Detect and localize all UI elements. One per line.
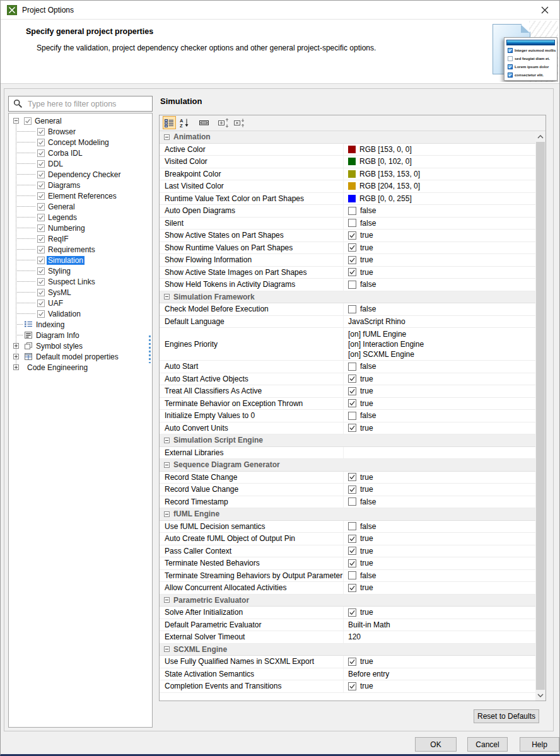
- property-row-check-model-before-execution[interactable]: Check Model Before Executionfalse: [160, 303, 535, 316]
- tree-checkbox-icon[interactable]: [37, 267, 45, 275]
- tree-item-general[interactable]: General: [9, 115, 152, 126]
- properties-scrollbar[interactable]: [535, 131, 545, 701]
- tree-scrollbar-thumb[interactable]: [149, 335, 151, 363]
- property-value[interactable]: true: [343, 582, 535, 594]
- tree-item-diagram-info[interactable]: Diagram Info: [9, 330, 152, 340]
- property-value[interactable]: RGB [204, 153, 0]: [343, 180, 535, 192]
- property-value[interactable]: false: [343, 496, 535, 508]
- tree-item-suspect-links[interactable]: Suspect Links: [9, 276, 152, 287]
- collapse-group-icon[interactable]: [164, 646, 170, 652]
- checked-checkbox-icon[interactable]: [348, 375, 356, 383]
- tree-item-simulation[interactable]: Simulation: [9, 255, 152, 265]
- checked-checkbox-icon[interactable]: [348, 547, 356, 555]
- unchecked-checkbox-icon[interactable]: [348, 219, 356, 227]
- property-value[interactable]: false: [343, 361, 535, 373]
- property-value[interactable]: true: [343, 472, 535, 484]
- property-row-default-language[interactable]: Default LanguageJavaScript Rhino: [160, 316, 535, 329]
- reset-to-defaults-button[interactable]: Reset to Defaults: [474, 709, 539, 723]
- property-row-engines-priority[interactable]: Engines Priority[on] fUML Engine[on] Int…: [160, 328, 535, 361]
- tree-checkbox-icon[interactable]: [37, 171, 45, 178]
- collapse-group-icon[interactable]: [164, 438, 170, 443]
- unchecked-checkbox-icon[interactable]: [348, 412, 356, 420]
- tree-checkbox-icon[interactable]: [24, 117, 32, 125]
- property-group-sequence-diagram-generator[interactable]: Sequence Diagram Generator: [160, 459, 535, 472]
- collapse-group-icon[interactable]: [164, 134, 170, 140]
- property-row-allow-concurrent-allocated-activities[interactable]: Allow Concurrent Allocated Activitiestru…: [160, 582, 535, 595]
- tree-checkbox-icon[interactable]: [37, 310, 45, 318]
- tree-item-ddl[interactable]: DDL: [9, 158, 152, 169]
- tree-checkbox-icon[interactable]: [37, 278, 45, 286]
- property-value[interactable]: RGB [0, 102, 0]: [343, 156, 535, 168]
- checked-checkbox-icon[interactable]: [348, 268, 356, 276]
- property-value[interactable]: Built-in Math: [343, 619, 535, 631]
- tree-item-reqif[interactable]: ReqIF: [9, 233, 152, 244]
- property-value[interactable]: [343, 447, 535, 459]
- property-value[interactable]: true: [343, 607, 535, 619]
- checked-checkbox-icon[interactable]: [348, 486, 356, 494]
- tree-item-symbol-styles[interactable]: Symbol styles: [9, 340, 152, 351]
- tree-item-diagrams[interactable]: Diagrams: [9, 180, 152, 190]
- property-row-auto-open-diagrams[interactable]: Auto Open Diagramsfalse: [160, 205, 535, 218]
- tree-item-styling[interactable]: Styling: [9, 265, 152, 276]
- tree-checkbox-icon[interactable]: [37, 160, 45, 168]
- property-row-pass-caller-context[interactable]: Pass Caller Contexttrue: [160, 545, 535, 558]
- property-value[interactable]: true: [343, 398, 535, 410]
- property-row-runtime-value-text-color-on-part-shapes[interactable]: Runtime Value Text Color on Part ShapesR…: [160, 193, 535, 206]
- checked-checkbox-icon[interactable]: [348, 424, 356, 432]
- categorized-view-button[interactable]: [163, 116, 176, 129]
- property-value[interactable]: RGB [0, 0, 255]: [343, 193, 535, 205]
- checked-checkbox-icon[interactable]: [348, 231, 356, 240]
- property-value[interactable]: RGB [153, 153, 0]: [343, 168, 535, 180]
- property-row-completion-events-and-transitions[interactable]: Completion Events and Transitionstrue: [160, 680, 535, 693]
- expand-expander-icon[interactable]: [13, 364, 19, 370]
- checked-checkbox-icon[interactable]: [348, 399, 356, 407]
- tree-item-concept-modeling[interactable]: Concept Modeling: [9, 137, 152, 148]
- tree-item-legends[interactable]: Legends: [9, 212, 152, 223]
- property-row-show-active-state-images-on-part-shapes[interactable]: Show Active State Images on Part Shapest…: [160, 267, 535, 279]
- property-value[interactable]: true: [343, 242, 535, 254]
- property-row-treat-all-classifiers-as-active[interactable]: Treat All Classifiers As Activetrue: [160, 385, 535, 398]
- property-value[interactable]: true: [343, 545, 535, 557]
- cancel-button[interactable]: Cancel: [467, 737, 508, 752]
- property-value[interactable]: false: [343, 410, 535, 422]
- property-value[interactable]: [on] fUML Engine[on] Interaction Engine[…: [343, 328, 535, 360]
- property-row-silent[interactable]: Silentfalse: [160, 218, 535, 230]
- collapse-expander-icon[interactable]: [13, 118, 19, 124]
- property-row-record-value-change[interactable]: Record Value Changetrue: [160, 484, 535, 496]
- tree-checkbox-icon[interactable]: [37, 128, 45, 136]
- property-value[interactable]: Before entry: [343, 668, 535, 680]
- tree-item-code-engineering[interactable]: Code Engineering: [9, 362, 152, 373]
- tree-item-sysml[interactable]: SysML: [9, 287, 152, 298]
- property-value[interactable]: false: [343, 279, 535, 291]
- tree-item-validation[interactable]: Validation: [9, 308, 152, 319]
- tree-checkbox-icon[interactable]: [37, 299, 45, 307]
- checked-checkbox-icon[interactable]: [348, 387, 356, 395]
- tree-item-general[interactable]: General: [9, 201, 152, 212]
- property-value[interactable]: true: [343, 230, 535, 241]
- unchecked-checkbox-icon[interactable]: [348, 207, 356, 215]
- tree-item-corba-idl[interactable]: Corba IDL: [9, 148, 152, 158]
- checked-checkbox-icon[interactable]: [348, 682, 356, 690]
- property-value[interactable]: false: [343, 218, 535, 230]
- property-row-default-parametric-evaluator[interactable]: Default Parametric EvaluatorBuilt-in Mat…: [160, 619, 535, 632]
- property-row-auto-start-active-objects[interactable]: Auto Start Active Objectstrue: [160, 373, 535, 386]
- property-value[interactable]: true: [343, 373, 535, 385]
- checked-checkbox-icon[interactable]: [348, 658, 356, 666]
- tree-checkbox-icon[interactable]: [37, 246, 45, 253]
- unchecked-checkbox-icon[interactable]: [348, 305, 356, 313]
- property-value[interactable]: false: [343, 521, 535, 533]
- property-row-active-color[interactable]: Active ColorRGB [153, 0, 0]: [160, 144, 535, 156]
- property-row-auto-convert-units[interactable]: Auto Convert Unitstrue: [160, 422, 535, 435]
- checked-checkbox-icon[interactable]: [348, 243, 356, 252]
- property-value[interactable]: false: [343, 303, 535, 315]
- property-value[interactable]: 120: [343, 631, 535, 643]
- tree-checkbox-icon[interactable]: [37, 224, 45, 232]
- property-row-terminate-behavior-on-exception-thrown[interactable]: Terminate Behavior on Exception Throwntr…: [160, 398, 535, 410]
- checked-checkbox-icon[interactable]: [348, 608, 356, 617]
- property-row-auto-create-fuml-object-of-output-pin[interactable]: Auto Create fUML Object of Output Pintru…: [160, 533, 535, 545]
- scrollbar-thumb[interactable]: [536, 142, 545, 690]
- collapse-group-icon[interactable]: [164, 294, 170, 299]
- tree-item-indexing[interactable]: Indexing: [9, 319, 152, 330]
- property-row-last-visited-color[interactable]: Last Visited ColorRGB [204, 153, 0]: [160, 180, 535, 193]
- close-button[interactable]: [530, 1, 559, 19]
